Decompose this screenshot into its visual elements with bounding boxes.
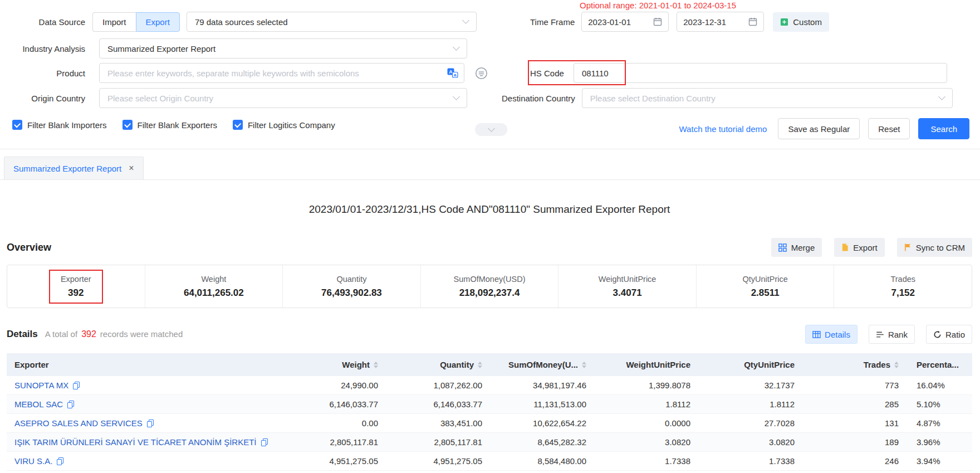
sort-icon[interactable] — [478, 362, 482, 368]
stat-value: 218,092,237.4 — [459, 287, 520, 299]
stat-trades: Trades7,152 — [834, 265, 972, 308]
cell-quantity: 2,805,117.81 — [388, 433, 492, 451]
merge-button[interactable]: Merge — [771, 238, 822, 257]
exporter-link[interactable]: ASEPRO SALES AND SERVICES — [14, 418, 143, 428]
copy-icon[interactable] — [261, 438, 268, 446]
exporter-link[interactable]: VIRU S.A. — [14, 456, 52, 466]
column-header-weightunitprice: WeightUnitPrice — [596, 353, 700, 376]
column-label: Percenta... — [917, 360, 959, 369]
view-details-button[interactable]: Details — [805, 325, 857, 344]
stat-inner: Weight64,011,265.02 — [172, 270, 256, 304]
search-button[interactable]: Search — [918, 118, 969, 139]
chevron-down-icon — [453, 93, 460, 100]
cell-qup: 27.7028 — [700, 414, 805, 432]
checkbox-label: Filter Blank Importers — [27, 120, 107, 130]
total-prefix: A total of — [45, 329, 77, 339]
product-input[interactable] — [107, 69, 447, 78]
report-title: 2023/01/01-2023/12/31,HS Code AND"081110… — [7, 203, 972, 216]
exporter-link[interactable]: MEBOL SAC — [14, 399, 63, 409]
expand-filters-button[interactable] — [475, 123, 507, 136]
filter-blank-exporters-checkbox[interactable]: Filter Blank Exporters — [122, 120, 217, 130]
records-matched-text: A total of392records were matched — [45, 329, 183, 339]
stat-quantity: Quantity76,493,902.83 — [283, 265, 421, 308]
column-header-weight[interactable]: Weight — [285, 353, 388, 376]
sync-to-crm-button[interactable]: Sync to CRM — [897, 238, 972, 257]
stat-label: WeightUnitPrice — [599, 275, 656, 284]
industry-analysis-select[interactable]: Summarized Exporter Report — [99, 38, 467, 58]
close-icon[interactable]: × — [129, 164, 134, 173]
cell-wup: 0.0000 — [596, 414, 700, 432]
export-toggle-button[interactable]: Export — [136, 12, 180, 32]
tab-bar: Summarized Exporter Report × — [0, 149, 980, 180]
checkbox-checked-icon[interactable] — [233, 120, 243, 130]
column-header-trades[interactable]: Trades — [805, 353, 909, 376]
cell-qup: 32.1737 — [700, 376, 805, 394]
view-rank-button[interactable]: Rank — [869, 325, 915, 344]
end-date-input[interactable]: 2023-12-31 — [677, 12, 764, 32]
table-row: SUNOPTA MX24,990.001,087,262.0034,981,19… — [7, 376, 972, 395]
stat-annotation-box: Exporter392 — [49, 270, 103, 304]
calendar-icon — [748, 17, 757, 26]
start-date-input[interactable]: 2023-01-01 — [581, 12, 669, 32]
reset-button[interactable]: Reset — [868, 118, 910, 139]
copy-icon[interactable] — [67, 401, 74, 408]
exporter-link[interactable]: IŞIK TARIM ÜRÜNLERİ SANAYİ VE TİCARET AN… — [14, 437, 257, 447]
cell-exporter: MEBOL SAC — [7, 395, 285, 413]
cell-qup: 1.8112 — [700, 395, 805, 413]
column-header-quantity[interactable]: Quantity — [388, 353, 492, 376]
data-sources-select[interactable]: 79 data sources selected — [187, 12, 477, 32]
view-ratio-button[interactable]: Ratio — [926, 325, 972, 344]
custom-range-button[interactable]: Custom — [773, 12, 829, 32]
copy-icon[interactable] — [147, 420, 154, 427]
copy-icon[interactable] — [57, 457, 63, 465]
tab-label: Summarized Exporter Report — [13, 164, 121, 173]
stat-exporter: Exporter392 — [7, 265, 145, 308]
stat-value: 392 — [68, 287, 84, 299]
cell-quantity: 1,087,262.00 — [388, 376, 492, 394]
export-button[interactable]: Export — [834, 238, 884, 257]
chevron-down-icon — [453, 43, 460, 51]
ratio-refresh-icon — [933, 330, 942, 339]
tab-summarized-exporter-report[interactable]: Summarized Exporter Report × — [4, 157, 144, 179]
overview-heading: Overview — [7, 242, 51, 253]
sort-icon[interactable] — [582, 362, 586, 368]
total-suffix: records were matched — [100, 329, 183, 339]
sort-icon[interactable] — [374, 362, 378, 368]
product-input-box: Aa — [99, 63, 464, 83]
cell-sum: 10,622,654.22 — [492, 414, 596, 432]
column-header-sumofmoney[interactable]: SumOfMoney(U... — [492, 353, 596, 376]
translate-icon[interactable]: Aa — [447, 68, 458, 78]
destination-country-placeholder: Please select Destination Country — [590, 94, 939, 103]
origin-country-placeholder: Please select Origin Country — [107, 94, 454, 103]
cell-trades: 189 — [805, 433, 909, 451]
keyword-helper-icon[interactable] — [474, 66, 488, 80]
details-heading: Details — [7, 329, 38, 340]
tutorial-link[interactable]: Watch the tutorial demo — [679, 124, 767, 134]
origin-country-select[interactable]: Please select Origin Country — [99, 88, 467, 108]
import-toggle-button[interactable]: Import — [92, 12, 136, 32]
stat-inner: SumOfMoney(USD)218,092,237.4 — [442, 270, 537, 304]
checkbox-checked-icon[interactable] — [122, 120, 133, 130]
copy-icon[interactable] — [73, 382, 80, 389]
cell-quantity: 4,951,275.05 — [388, 452, 492, 470]
checkbox-label: Filter Blank Exporters — [138, 120, 217, 130]
column-label: Weight — [342, 360, 370, 369]
checkbox-checked-icon[interactable] — [12, 120, 22, 130]
cell-sum: 11,131,513.00 — [492, 395, 596, 413]
exporter-link[interactable]: SUNOPTA MX — [14, 381, 68, 390]
cell-weight: 6,146,033.77 — [285, 395, 388, 413]
cell-weight: 4,951,275.05 — [285, 452, 388, 470]
sort-icon[interactable] — [894, 362, 899, 368]
filter-blank-importers-checkbox[interactable]: Filter Blank Importers — [12, 120, 107, 130]
time-frame-label: Time Frame — [530, 17, 575, 27]
save-as-regular-button[interactable]: Save as Regular — [778, 118, 860, 139]
data-source-label: Data Source — [0, 17, 92, 27]
cell-sum: 8,584,480.00 — [492, 452, 596, 470]
table-header: Exporter Weight Quantity SumOfMoney(U...… — [7, 353, 972, 376]
rank-bars-icon — [876, 330, 884, 339]
export-label: Export — [853, 243, 877, 252]
filter-logistics-company-checkbox[interactable]: Filter Logitics Company — [233, 120, 335, 130]
hs-code-input[interactable] — [582, 69, 939, 78]
cell-trades: 285 — [805, 395, 909, 413]
destination-country-select[interactable]: Please select Destination Country — [582, 88, 953, 108]
